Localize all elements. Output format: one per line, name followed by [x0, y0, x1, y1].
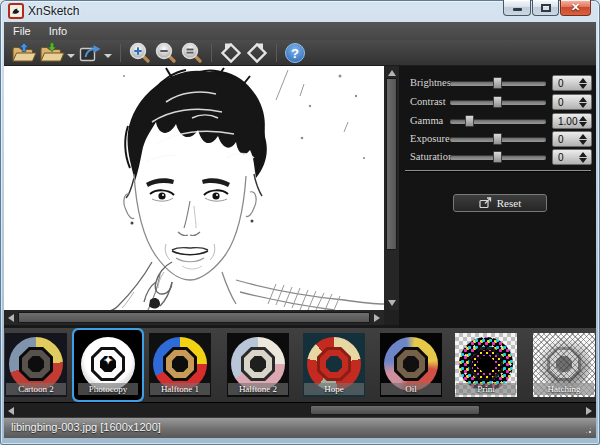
vertical-scrollbar[interactable]	[384, 66, 399, 310]
brightness-spinbox[interactable]: 0	[552, 75, 592, 91]
horizontal-scrollbar[interactable]	[4, 310, 384, 325]
zoom-original-button[interactable]	[180, 41, 204, 65]
scroll-down-icon[interactable]	[388, 300, 396, 306]
brightness-spin-arrows[interactable]	[579, 77, 588, 89]
spin-down-icon[interactable]	[579, 122, 587, 127]
window-title: XnSketch	[28, 4, 79, 18]
filter-hope[interactable]: ✦ Hope	[303, 333, 365, 397]
filter-halftone-2[interactable]: ✦ Halftone 2	[227, 333, 289, 397]
gamma-label: Gamma	[410, 115, 443, 126]
filter-print[interactable]: ✦ Print	[455, 333, 517, 397]
filmstrip-scroll-left-icon[interactable]	[8, 407, 14, 415]
filter-halftone-1[interactable]: ✦ Halftone 1	[149, 333, 211, 397]
filmstrip-scrollbar-thumb[interactable]	[310, 405, 480, 415]
contrast-slider-thumb[interactable]	[493, 96, 502, 108]
spin-up-icon[interactable]	[579, 97, 587, 102]
spin-down-icon[interactable]	[579, 103, 587, 108]
reset-icon	[479, 197, 492, 209]
spin-down-icon[interactable]	[579, 84, 587, 89]
maximize-button[interactable]	[532, 0, 559, 16]
zoom-in-button[interactable]	[128, 41, 152, 65]
slider-row-contrast: Contrast 0	[399, 94, 596, 110]
slider-row-gamma: Gamma 1.00	[399, 113, 596, 129]
spin-up-icon[interactable]	[579, 134, 587, 139]
contrast-value: 0	[558, 96, 564, 109]
rotate-right-button[interactable]	[245, 41, 269, 65]
filmstrip-scrollbar[interactable]	[4, 402, 596, 417]
minimize-button[interactable]	[503, 0, 531, 16]
zoom-out-button[interactable]	[154, 41, 178, 65]
export-dropdown-arrow-icon[interactable]	[104, 54, 112, 58]
toolbar: ?	[4, 40, 596, 66]
filter-label: Print	[456, 383, 516, 395]
filter-photocopy[interactable]: ✦ Photocopy	[77, 333, 139, 397]
status-bar: libingbing-003.jpg [1600x1200]	[4, 417, 596, 438]
saturation-label: Saturation	[410, 151, 453, 162]
filter-label: Halftone 2	[228, 383, 288, 395]
spin-up-icon[interactable]	[579, 152, 587, 157]
exposure-spin-arrows[interactable]	[579, 133, 588, 145]
toolbar-separator	[276, 44, 277, 62]
filter-label: Hatching	[534, 383, 594, 395]
gamma-slider[interactable]	[450, 119, 546, 124]
horizontal-scrollbar-thumb[interactable]	[18, 312, 370, 323]
brightness-slider-thumb[interactable]	[493, 77, 502, 89]
maximize-icon	[541, 4, 551, 12]
scroll-up-icon[interactable]	[388, 70, 396, 76]
scroll-right-icon[interactable]	[374, 314, 380, 322]
gamma-slider-thumb[interactable]	[465, 115, 474, 127]
contrast-spinbox[interactable]: 0	[552, 94, 592, 110]
image-canvas[interactable]	[4, 66, 384, 310]
filter-hatching[interactable]: ✦ Hatching	[533, 333, 595, 397]
close-button[interactable]: ✕	[560, 0, 591, 16]
contrast-slider[interactable]	[450, 100, 546, 105]
zoom-original-icon	[180, 41, 204, 65]
zoom-in-icon	[128, 41, 152, 65]
title-bar[interactable]: XnSketch ✕	[0, 0, 600, 22]
filter-label: Photocopy	[78, 383, 138, 395]
spin-up-icon[interactable]	[579, 78, 587, 83]
saturation-slider-thumb[interactable]	[493, 151, 502, 163]
app-logo-icon	[8, 3, 24, 19]
resize-grip[interactable]	[584, 426, 593, 435]
reset-button[interactable]: Reset	[453, 194, 547, 212]
brightness-slider[interactable]	[450, 81, 546, 86]
reset-button-label: Reset	[497, 197, 521, 209]
filter-label: Halftone 1	[150, 383, 210, 395]
scroll-left-icon[interactable]	[8, 314, 14, 322]
gamma-spin-arrows[interactable]	[579, 115, 588, 127]
spin-up-icon[interactable]	[579, 116, 587, 121]
menu-bar: File Info	[4, 22, 596, 40]
app-client-area: File Info	[4, 22, 596, 438]
saturation-spin-arrows[interactable]	[579, 151, 588, 163]
rotate-right-icon	[245, 41, 269, 65]
save-button[interactable]	[39, 41, 65, 65]
help-button[interactable]: ?	[284, 41, 306, 65]
saturation-slider[interactable]	[450, 155, 546, 160]
filter-oil[interactable]: ✦ Oil	[380, 333, 442, 397]
menu-file[interactable]: File	[4, 22, 40, 40]
menu-info[interactable]: Info	[40, 22, 76, 40]
spin-down-icon[interactable]	[579, 158, 587, 163]
sketch-portrait-image	[4, 66, 384, 310]
export-button[interactable]	[78, 41, 102, 65]
exposure-slider[interactable]	[450, 137, 546, 142]
exposure-spinbox[interactable]: 0	[552, 131, 592, 147]
filter-cartoon-2[interactable]: ✦ Cartoon 2	[5, 333, 67, 397]
exposure-value: 0	[558, 133, 564, 146]
gamma-spinbox[interactable]: 1.00	[552, 113, 592, 129]
contrast-spin-arrows[interactable]	[579, 96, 588, 108]
rotate-left-button[interactable]	[219, 41, 243, 65]
spin-down-icon[interactable]	[579, 140, 587, 145]
exposure-slider-thumb[interactable]	[493, 133, 502, 145]
filmstrip-scroll-right-icon[interactable]	[586, 407, 592, 415]
open-button[interactable]	[11, 41, 37, 65]
vertical-scrollbar-thumb[interactable]	[386, 78, 397, 250]
toolbar-separator	[211, 44, 212, 62]
slider-row-exposure: Exposure 0	[399, 131, 596, 147]
minimize-icon	[513, 8, 522, 11]
saturation-value: 0	[558, 151, 564, 164]
exposure-label: Exposure	[410, 133, 450, 144]
saturation-spinbox[interactable]: 0	[552, 149, 592, 165]
save-dropdown-arrow-icon[interactable]	[67, 54, 75, 58]
